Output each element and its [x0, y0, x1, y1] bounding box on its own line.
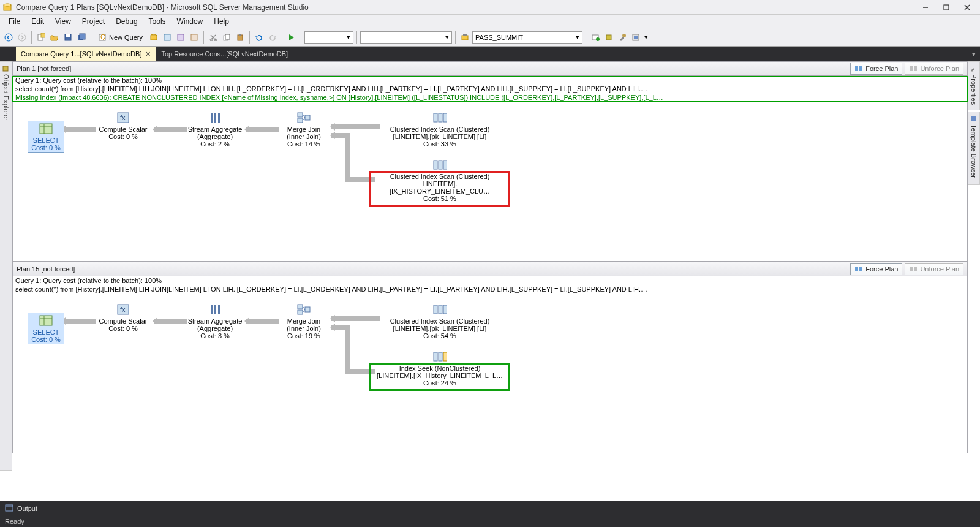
output-icon [5, 504, 13, 513]
target-dropdown[interactable]: ▾ [360, 31, 452, 44]
connect-icon[interactable] [459, 31, 471, 44]
solution-config-dropdown[interactable]: ▾ [304, 31, 353, 44]
save-icon[interactable] [62, 31, 74, 44]
registered-icon[interactable] [603, 31, 615, 44]
svg-rect-11 [66, 34, 70, 37]
svg-rect-28 [463, 34, 467, 36]
op-select[interactable]: SELECT Cost: 0 % [28, 313, 64, 344]
svg-rect-3 [944, 5, 949, 10]
menu-project[interactable]: Project [77, 16, 110, 27]
tab-top-resource[interactable]: Top Resource Cons...[SQLvNextDemoDB] [156, 47, 293, 61]
menu-edit[interactable]: Edit [26, 16, 49, 27]
force-plan-button[interactable]: Force Plan [850, 263, 902, 275]
query-sql-line: select count(*) from [History].[LINEITEM… [13, 285, 967, 294]
database-value: PASS_SUMMIT [475, 34, 523, 41]
op-stream-aggregate[interactable]: Stream Aggregate (Aggregate) Cost: 3 % [184, 303, 246, 339]
svg-rect-62 [910, 267, 913, 271]
object-explorer-panel[interactable]: Object Explorer [0, 61, 12, 471]
menu-help[interactable]: Help [209, 16, 234, 27]
unforce-icon [909, 65, 918, 72]
svg-rect-73 [298, 310, 303, 314]
svg-rect-64 [40, 316, 52, 325]
tab-compare-query[interactable]: Compare Query 1...[SQLvNextDemoDB] ✕ [16, 47, 156, 61]
compute-icon: fx [116, 111, 130, 124]
new-query-button[interactable]: Q New Query [94, 31, 146, 44]
xmla-icon[interactable] [188, 31, 200, 44]
redo-icon[interactable] [266, 31, 279, 44]
op-index-seek[interactable]: Index Seek (NonClustered) [LINEITEM].[IX… [369, 363, 510, 391]
svg-point-6 [5, 34, 12, 41]
new-query-label: New Query [109, 34, 143, 41]
save-all-icon[interactable] [75, 31, 88, 44]
aggregate-icon [208, 303, 222, 316]
query-cost-line: Query 1: Query cost (relative to the bat… [13, 76, 967, 85]
undo-icon[interactable] [253, 31, 265, 44]
new-project-icon[interactable] [35, 31, 47, 44]
nav-back-icon[interactable] [2, 31, 15, 44]
minimize-button[interactable] [915, 0, 936, 15]
svg-point-32 [622, 34, 626, 37]
toolbar: Q New Query ▾ ▾ PASS_SUMMIT ▾ ▾ [0, 28, 980, 47]
mdx-icon[interactable] [161, 31, 173, 44]
database-dropdown[interactable]: PASS_SUMMIT ▾ [472, 31, 582, 44]
unforce-plan-button[interactable]: Unforce Plan [905, 263, 963, 275]
plan1-title: Plan 1 [not forced] [17, 65, 71, 72]
template-browser-panel[interactable]: Template Browser [968, 112, 980, 185]
force-icon [854, 265, 863, 273]
svg-rect-47 [214, 113, 216, 123]
close-button[interactable] [957, 0, 978, 15]
merge-icon [296, 111, 311, 124]
tabs-overflow-icon[interactable]: ▾ [968, 47, 980, 61]
copy-icon[interactable] [221, 31, 233, 44]
plan2-query-text: Query 1: Query cost (relative to the bat… [12, 276, 968, 294]
menu-tools[interactable]: Tools [144, 16, 171, 27]
output-panel-header[interactable]: Output [0, 501, 980, 516]
menu-debug[interactable]: Debug [111, 16, 142, 27]
svg-rect-72 [298, 305, 303, 309]
open-icon[interactable] [48, 31, 61, 44]
op-stream-aggregate[interactable]: Stream Aggregate (Aggregate) Cost: 2 % [184, 111, 246, 148]
op-merge-join[interactable]: Merge Join (Inner Join) Cost: 19 % [276, 303, 331, 339]
svg-rect-57 [434, 161, 437, 169]
start-debug-icon[interactable] [285, 31, 298, 44]
tools-icon[interactable] [616, 31, 628, 44]
unforce-plan-button[interactable]: Unforce Plan [905, 63, 963, 75]
seek-icon [432, 350, 447, 363]
op-merge-join[interactable]: Merge Join (Inner Join) Cost: 14 % [276, 111, 331, 148]
svg-rect-39 [910, 66, 913, 71]
op-compute-scalar[interactable]: fx Compute Scalar Cost: 0 % [92, 111, 154, 140]
dmx-icon[interactable] [175, 31, 187, 44]
activity-icon[interactable] [589, 31, 601, 44]
svg-rect-55 [439, 113, 442, 122]
cut-icon[interactable] [207, 31, 219, 44]
options-icon[interactable] [630, 31, 642, 44]
op-compute-scalar[interactable]: fx Compute Scalar Cost: 0 % [92, 303, 154, 332]
svg-rect-37 [855, 66, 858, 71]
nav-fwd-icon[interactable] [16, 31, 28, 44]
svg-rect-46 [211, 113, 213, 123]
op-select[interactable]: SELECT Cost: 0 % [28, 121, 64, 153]
pin-icon [3, 66, 9, 72]
paste-icon[interactable] [234, 31, 246, 44]
app-icon [2, 2, 12, 12]
close-icon[interactable]: ✕ [145, 50, 151, 58]
svg-line-53 [303, 118, 305, 121]
plan2-canvas[interactable]: SELECT Cost: 0 % fx Compute Scalar Cost:… [12, 294, 968, 453]
menu-file[interactable]: File [4, 16, 25, 27]
menu-window[interactable]: Window [172, 16, 208, 27]
db-engine-icon[interactable] [148, 31, 160, 44]
svg-rect-40 [914, 66, 917, 71]
svg-rect-34 [634, 36, 638, 39]
plan1-canvas[interactable]: SELECT Cost: 0 % fx Compute Scalar Cost:… [12, 102, 968, 262]
maximize-button[interactable] [936, 0, 957, 15]
properties-panel[interactable]: Properties [968, 61, 980, 110]
op-clustered-scan-bottom[interactable]: Clustered Index Scan (Clustered) LINEITE… [369, 171, 510, 207]
svg-rect-70 [214, 305, 216, 314]
force-plan-button[interactable]: Force Plan [850, 63, 902, 75]
svg-rect-78 [439, 305, 442, 314]
op-clustered-scan[interactable]: Clustered Index Scan (Clustered) [LINEIT… [375, 303, 504, 339]
plan2-header: Plan 15 [not forced] Force Plan Unforce … [12, 262, 968, 276]
svg-text:fx: fx [120, 114, 126, 121]
menu-view[interactable]: View [50, 16, 76, 27]
op-clustered-scan-top[interactable]: Clustered Index Scan (Clustered) [LINEIT… [375, 111, 504, 148]
